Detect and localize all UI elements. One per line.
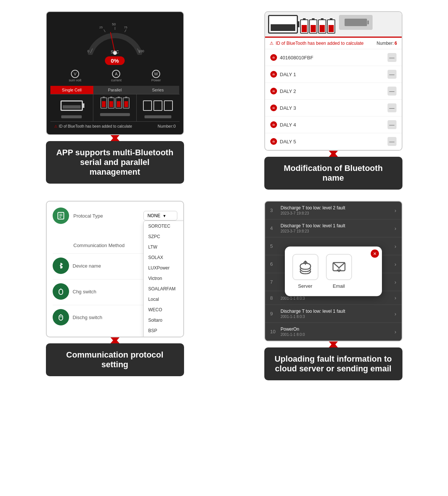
fault-screen: 3 Discharge T too low: level 2 fault 202… (264, 201, 402, 341)
btname-top-display (265, 12, 402, 38)
btname-remove-2[interactable]: — (388, 87, 396, 96)
dropdown-item-victron[interactable]: Victron (144, 273, 184, 284)
fault-title-9: Discharge T too low: level 1 fault (281, 309, 391, 314)
caption-bottom-left: Communication protocol setting (46, 343, 184, 376)
btname-cell-4 (327, 19, 335, 34)
btname-cell-1 (300, 19, 308, 34)
dropdown-item-szpc[interactable]: SZPC (144, 231, 184, 242)
btname-header: ⚠ ID of BlueTooth has been added to calc… (265, 38, 402, 49)
btname-item-0-left: ⍾ 401608010FBF (270, 54, 314, 61)
svg-rect-19 (59, 315, 63, 320)
gauge-center-label: SOC (111, 50, 119, 54)
btname-header-text: ID of BlueTooth has been added to calcul… (276, 41, 364, 46)
btname-remove-1[interactable]: — (388, 70, 396, 79)
bt-icon-2: ⍾ (270, 88, 277, 94)
fault-title-4: Discharge T too low: level 1 fault (281, 223, 391, 228)
upload-server-option[interactable]: Server (292, 254, 318, 288)
btname-remove-3[interactable]: — (388, 103, 396, 112)
metric-volt: V sum volt (69, 70, 81, 82)
fault-info-9: Discharge T too low: level 1 fault 2001-… (281, 309, 391, 319)
protocol-icon-svg (57, 212, 65, 220)
fault-arrow-7: › (395, 279, 396, 285)
svg-text:25: 25 (99, 26, 103, 29)
gauge-area: 0 50 100 25 75 SOC 0% (50, 16, 180, 68)
dropdown-item-solax[interactable]: SOLAX (144, 252, 184, 263)
protocol-label: Protocal Type (74, 213, 139, 219)
btname-item-2: ⍾ DALY 2 — (265, 83, 402, 100)
upload-close-btn[interactable]: ✕ (371, 249, 379, 258)
fault-title-10: PowerOn (281, 327, 391, 332)
bt-icon-3: ⍾ (270, 104, 277, 111)
cell-top-right: ⚠ ID of BlueTooth has been added to calc… (230, 11, 437, 190)
fault-time-10: 2001-1-1 8:0:0 (281, 333, 391, 337)
fault-arrow-9: › (395, 311, 396, 317)
fault-arrow-5: › (395, 243, 396, 249)
power-icon: W (152, 70, 160, 78)
dropdown-item-ltw[interactable]: LTW (144, 242, 184, 252)
tab-single-cell[interactable]: Single Cell (50, 86, 93, 94)
fault-arrow-6: › (395, 261, 396, 267)
bt-footer: ⚠ ID of BlueTooth has been added to calc… (50, 121, 180, 131)
caption-bottom-right: Uploading fault information to cloud ser… (264, 347, 402, 380)
battery-panels (50, 94, 180, 121)
svg-line-4 (125, 29, 126, 32)
btname-item-2-name: DALY 2 (280, 88, 296, 94)
btname-remove-0[interactable]: — (388, 53, 396, 62)
fault-arrow-8: › (395, 295, 396, 301)
dropdown-item-soltaro[interactable]: Soltaro (144, 315, 184, 325)
upload-email-option[interactable]: Email (326, 254, 352, 288)
panel-single (50, 94, 94, 121)
cell-top-left: 0 50 100 25 75 SOC 0% V (11, 11, 218, 190)
fault-arrow-3: › (395, 208, 396, 213)
fault-num-6: 6 (270, 261, 277, 267)
protocol-value: NONE (147, 213, 161, 218)
fault-info-10: PowerOn 2001-1-1 8:0:0 (281, 327, 391, 337)
dischg-switch-icon (57, 313, 65, 321)
btname-item-3: ⍾ DALY 3 — (265, 100, 402, 116)
btname-remove-4[interactable]: — (388, 120, 396, 129)
current-label: current (111, 78, 121, 82)
btname-item-0: ⍾ 401608010FBF — (265, 49, 402, 66)
bt-warning-icon: ⚠ (54, 124, 57, 128)
fault-title-3: Discharge T too low: level 2 fault (281, 205, 391, 210)
volt-icon: V (71, 70, 79, 78)
fault-arrow-10: › (395, 329, 396, 335)
tab-series[interactable]: Series (136, 86, 179, 94)
dischg-icon (53, 309, 69, 325)
device-name-label: Device name (73, 263, 144, 269)
bt-footer-text: ⚠ ID of BlueTooth has been added to calc… (54, 124, 132, 128)
device-bt-icon (53, 258, 69, 274)
main-grid: 0 50 100 25 75 SOC 0% V (11, 11, 437, 380)
metric-current: A current (111, 70, 121, 82)
fault-info-4: Discharge T too low: level 1 fault 2023-… (281, 223, 391, 233)
fault-time-4: 2023-3-7 19:8:23 (281, 229, 391, 233)
btname-screen: ⚠ ID of BlueTooth has been added to calc… (264, 11, 402, 151)
btname-remove-5[interactable]: — (388, 137, 396, 146)
svg-text:100: 100 (139, 49, 144, 53)
number-label: Number: (377, 41, 394, 46)
btname-item-1-left: ⍾ DALY 1 (270, 71, 296, 78)
fault-num-8: 8 (270, 295, 277, 301)
power-label: Power (151, 78, 161, 82)
fault-arrow-4: › (395, 225, 396, 231)
tab-parallel[interactable]: Parallel (93, 86, 136, 94)
dropdown-item-luxpower[interactable]: LUXPower (144, 263, 184, 273)
dropdown-item-soalarfam[interactable]: SOALARFAM (144, 284, 184, 294)
chg-switch-icon (57, 288, 65, 295)
dropdown-item-weco[interactable]: WECO (144, 305, 184, 315)
dropdown-item-sorotec[interactable]: SOROTEC (144, 221, 184, 231)
fault-num-10: 10 (270, 329, 277, 334)
dropdown-item-bsp[interactable]: BSP (144, 325, 184, 336)
dropdown-item-local[interactable]: Local (144, 294, 184, 305)
btname-item-1: ⍾ DALY 1 — (265, 66, 402, 83)
protocol-select-btn[interactable]: NONE ▼ (143, 211, 177, 221)
btname-item-0-name: 401608010FBF (280, 55, 314, 60)
panel-parallel (93, 94, 137, 121)
parallel-bar (100, 113, 130, 116)
bt-number: Number:0 (158, 124, 175, 128)
metrics-row: V sum volt A current W Power (50, 68, 180, 84)
fault-num-4: 4 (270, 225, 277, 231)
fault-time-8: 2001-1-1 8:0:3 (281, 296, 391, 300)
bluetooth-icon (57, 262, 65, 269)
protocol-row: Protocal Type NONE ▼ SOROTEC SZPC LTW SO… (53, 208, 177, 224)
